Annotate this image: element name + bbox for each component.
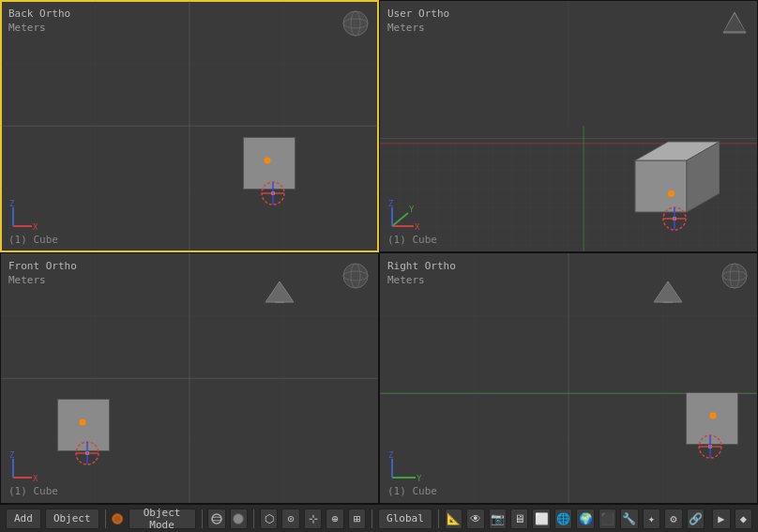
front-ortho-label: Front Ortho Meters (8, 259, 77, 288)
svg-text:Z: Z (9, 451, 15, 460)
object-prop-btn[interactable]: ⬛ (599, 509, 616, 529)
obj-label-front: (1) Cube (8, 485, 58, 497)
shading-wireframe-btn[interactable] (207, 509, 225, 529)
svg-marker-65 (654, 281, 682, 302)
svg-point-6 (343, 11, 368, 36)
snap-btn[interactable]: ⊹ (304, 509, 322, 529)
timeline-btn[interactable]: ▶ (712, 509, 730, 529)
proportional-btn[interactable]: ⊙ (281, 509, 299, 529)
obj-label-right: (1) Cube (387, 485, 437, 497)
viewport-user-ortho[interactable]: User Ortho Meters X (379, 0, 758, 252)
cube-origin-back (265, 158, 271, 164)
svg-text:Y: Y (409, 205, 415, 214)
svg-marker-46 (265, 281, 294, 302)
svg-line-33 (392, 213, 408, 226)
svg-point-77 (212, 514, 221, 524)
physics-btn[interactable]: ⚙ (664, 509, 682, 529)
user-ortho-label: User Ortho Meters (387, 7, 449, 36)
obj-label-user: (1) Cube (387, 234, 437, 246)
obj-label-back: (1) Cube (8, 234, 58, 246)
object-mode-icon (111, 510, 124, 527)
viewport-grid: Back Ortho Meters X Z (1) Cube (0, 0, 758, 504)
svg-point-78 (212, 517, 221, 521)
viewport-back-ortho[interactable]: Back Ortho Meters X Z (1) Cube (0, 0, 379, 252)
scene-btn[interactable]: 🌐 (554, 509, 572, 529)
transform-gizmo-front (68, 434, 106, 472)
modifier-btn[interactable]: 🔧 (620, 509, 638, 529)
render-btn[interactable]: 📷 (489, 509, 507, 529)
cube-origin-front (80, 418, 86, 425)
camera-icon-right (654, 281, 682, 305)
pivot-btn[interactable]: ⊕ (326, 509, 343, 529)
svg-text:X: X (415, 222, 420, 232)
global-transform-button[interactable]: Global (378, 509, 432, 529)
transform-gizmo-back (254, 175, 292, 212)
particles-btn[interactable]: ✦ (643, 509, 660, 529)
mesh-btn[interactable]: ⬡ (260, 509, 278, 529)
toolbar-separator-1 (105, 509, 106, 528)
viewport-front-ortho[interactable]: Front Ortho Meters X (0, 252, 379, 505)
keyframe-btn[interactable]: ◆ (735, 509, 752, 529)
svg-text:X: X (33, 222, 38, 232)
transform-btn[interactable]: ⊞ (348, 509, 366, 529)
transform-gizmo-user (656, 200, 693, 237)
world-btn[interactable]: 🌍 (576, 509, 594, 529)
svg-point-79 (234, 513, 244, 524)
add-menu-button[interactable]: Add (6, 509, 41, 529)
right-ortho-label: Right Ortho Meters (387, 259, 456, 288)
axis-indicator-user: X Y Z (387, 200, 425, 233)
nav-icon-front[interactable] (341, 261, 371, 291)
viewport-right-ortho[interactable]: Right Ortho Meters Y (379, 252, 758, 505)
toolbar-separator-3 (253, 509, 254, 528)
mode-selector[interactable]: Object Mode (129, 509, 196, 529)
output-btn[interactable]: 🖥 (510, 509, 528, 529)
object-menu-button[interactable]: Object (45, 509, 99, 529)
ruler-btn[interactable]: 📐 (445, 509, 462, 529)
toolbar-separator-4 (371, 509, 372, 528)
cube-origin-user (668, 190, 675, 197)
bottom-toolbar: Add Object Object Mode ⬡ ⊙ ⊹ ⊕ ⊞ Global … (0, 504, 758, 532)
svg-point-43 (343, 264, 368, 288)
axis-indicator-right: Y Z (387, 451, 430, 484)
svg-marker-23 (724, 14, 745, 31)
cube-origin-right (710, 412, 717, 418)
transform-gizmo-right (691, 428, 729, 465)
shading-solid-btn[interactable] (230, 509, 248, 529)
nav-icon-back[interactable] (341, 8, 371, 38)
view-btn[interactable]: 👁 (466, 509, 484, 529)
constraint-btn[interactable]: 🔗 (687, 509, 705, 529)
toolbar-separator-2 (202, 509, 203, 528)
nav-icon-user[interactable] (720, 8, 750, 38)
svg-text:X: X (33, 474, 38, 483)
back-ortho-label: Back Ortho Meters (8, 7, 70, 36)
camera-icon-front (265, 281, 294, 305)
nav-icon-right[interactable] (720, 261, 750, 291)
toolbar-separator-5 (438, 509, 439, 528)
svg-point-62 (722, 264, 747, 288)
svg-text:Z: Z (388, 200, 394, 208)
svg-text:Y: Y (417, 474, 422, 483)
composite-btn[interactable]: ⬜ (532, 509, 550, 529)
axis-indicator-front: X Z (8, 451, 41, 484)
axis-indicator-back: X Z (8, 200, 41, 233)
svg-text:Z: Z (9, 200, 15, 208)
svg-text:Z: Z (388, 451, 394, 460)
svg-point-76 (114, 515, 120, 521)
